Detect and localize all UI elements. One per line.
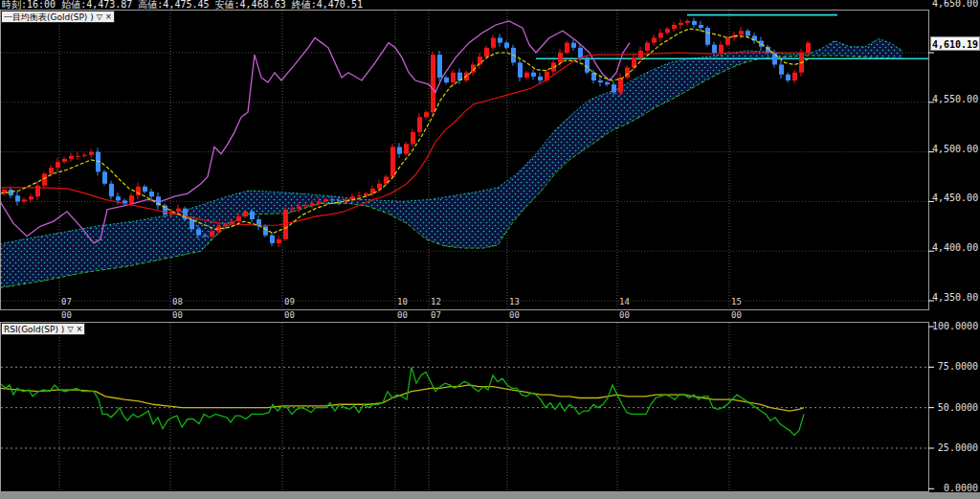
x-axis-time-label: 00 [619, 311, 630, 320]
ichimoku-panel-title-chip: 一目均衡表(Gold(SP) ) ▽ × [1, 11, 115, 23]
quote-info-bar: 時刻:16:00 始値:4,473.87 高値:4,475.45 安値:4,46… [2, 0, 363, 10]
x-axis-time-label: 00 [61, 311, 72, 320]
rsi-panel-title-chip: RSI(Gold(SP) ) ▽ × [1, 323, 85, 335]
x-axis-time-label: 00 [731, 311, 742, 320]
rsi-axis-label: 0.0000 [932, 484, 978, 493]
rsi-axis-label: 25.0000 [932, 443, 978, 453]
trading-app-window: 時刻:16:00 始値:4,473.87 高値:4,475.45 安値:4,46… [0, 0, 980, 499]
x-axis-day-label: 14 [619, 298, 630, 306]
rsi-axis-label: 100.0000 [932, 322, 978, 331]
ichimoku-panel-title: 一目均衡表(Gold(SP) ) [4, 12, 94, 22]
close-icon[interactable]: × [77, 325, 83, 334]
x-axis-day-label: 12 [431, 298, 441, 306]
ichimoku-chart-panel[interactable] [0, 10, 929, 310]
price-axis-label: 4,400.00 [932, 243, 978, 253]
price-axis-label: 4,350.00 [932, 293, 978, 303]
price-axis-label: 4,450.00 [932, 193, 978, 203]
rsi-panel-title: RSI(Gold(SP) ) [4, 325, 64, 334]
x-axis-time-label: 00 [509, 311, 520, 320]
x-axis-day-label: 08 [172, 298, 183, 306]
x-axis-time-label: 07 [431, 311, 441, 320]
rsi-axis-label: 50.0000 [932, 403, 978, 413]
x-axis-time-label: 00 [397, 311, 408, 320]
x-axis-time-label: 00 [284, 311, 295, 320]
x-axis-day-label: 07 [61, 298, 72, 306]
x-axis-time-label: 00 [172, 311, 183, 320]
x-axis-day-label: 13 [509, 298, 520, 306]
rsi-chart-panel[interactable] [0, 322, 929, 492]
collapse-icon[interactable]: ▽ [97, 12, 102, 22]
collapse-icon[interactable]: ▽ [67, 325, 73, 334]
x-axis-day-label: 15 [731, 298, 742, 306]
current-price-badge: 4,610.19 [930, 36, 980, 51]
rsi-axis-label: 75.0000 [932, 362, 978, 372]
close-icon[interactable]: × [105, 12, 112, 22]
price-axis-label: 4,550.00 [932, 95, 978, 104]
x-axis-day-label: 09 [284, 298, 295, 306]
price-axis-label: 4,500.00 [932, 145, 978, 154]
price-axis-label: 4,650.00 [932, 0, 978, 9]
window-bottom-strip [0, 492, 980, 499]
x-axis-day-label: 10 [397, 298, 408, 306]
